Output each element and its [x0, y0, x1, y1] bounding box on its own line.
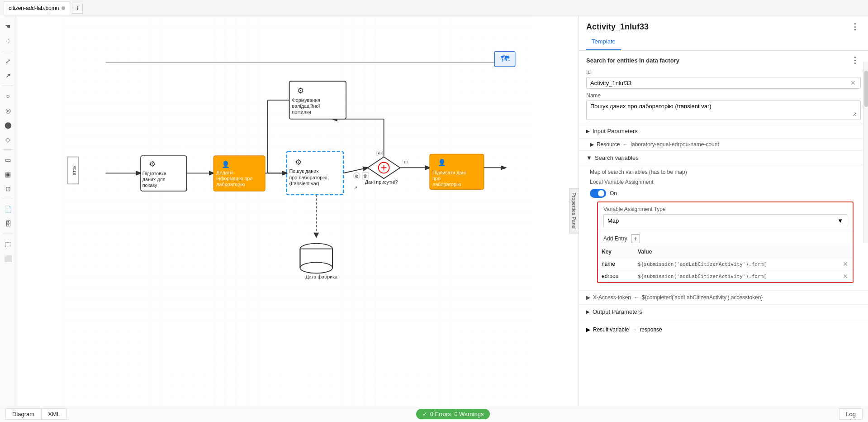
select-tool[interactable]: ⊹ — [2, 34, 14, 47]
svg-text:⚙: ⚙ — [295, 158, 302, 167]
template-tab[interactable]: Template — [586, 34, 621, 50]
local-var-toggle[interactable] — [590, 189, 606, 198]
resource-chevron[interactable]: ▶ — [590, 141, 594, 148]
entry-1-delete-button[interactable]: ✕ — [842, 260, 849, 268]
result-var-arrow-icon: → — [631, 326, 637, 333]
name-field[interactable]: Пошук даних про лабораторію (transient v… — [586, 101, 861, 120]
svg-text:(transient var): (transient var) — [289, 181, 319, 186]
name-input[interactable]: Пошук даних про лабораторію (transient v… — [590, 103, 857, 116]
resource-label: Resource — [597, 141, 620, 148]
input-params-chevron: ▶ — [586, 129, 590, 134]
svg-text:лабораторію: лабораторію — [432, 182, 461, 187]
svg-text:Додати: Додати — [216, 170, 232, 175]
more-options-button[interactable]: ⋮ — [849, 22, 861, 32]
svg-text:про: про — [432, 176, 441, 181]
col-value: Value — [634, 246, 838, 258]
bottom-bar: Diagram XML ✓ 0 Errors, 0 Warnings Log — [0, 406, 868, 422]
canvas-area[interactable]: аток ⚙ Підготовка даних для показу — [16, 16, 579, 406]
move-tool[interactable]: ⤢ — [2, 55, 14, 67]
x-access-token-row: ▶ X-Access-token ← ${completed('addLabCi… — [579, 291, 868, 305]
search-section-title: Search for entities in data factory ⋮ — [586, 55, 861, 65]
search-vars-header[interactable]: ▼ Search variables — [579, 151, 868, 165]
rect-tool[interactable]: ▭ — [2, 153, 14, 166]
svg-text:Пошук даних: Пошук даних — [289, 168, 319, 174]
svg-text:ні: ні — [404, 159, 408, 164]
circle-double-tool[interactable]: ◎ — [2, 104, 14, 117]
svg-text:валідаційної: валідаційної — [292, 103, 320, 109]
svg-text:аток: аток — [71, 166, 77, 176]
map-desc: Map of search variables (has to be map) — [590, 169, 861, 175]
x-access-row-chevron[interactable]: ▶ — [586, 294, 590, 301]
scrollbar-thumb — [864, 71, 868, 107]
task-tool[interactable]: ▣ — [2, 168, 14, 181]
search-vars-body: Map of search variables (has to be map) … — [579, 165, 868, 291]
svg-text:так: так — [376, 150, 383, 155]
top-bar: citizen-add-lab.bpmn + — [0, 0, 868, 16]
log-button[interactable]: Log — [839, 408, 863, 420]
add-tab-button[interactable]: + — [72, 3, 83, 14]
unsaved-dot — [62, 6, 65, 10]
svg-text:🗑: 🗑 — [363, 173, 368, 178]
arrow-tool[interactable]: ↗ — [2, 69, 14, 82]
status-check-icon: ✓ — [422, 411, 427, 417]
name-label: Name — [586, 92, 861, 99]
left-toolbar: ☚ ⊹ ⤢ ↗ ○ ◎ ⬤ ◇ ▭ ▣ ⊡ 📄 🗄 ⬚ ⬜ — [0, 16, 16, 406]
resource-row: ▶ Resource ← laboratory-equal-edrpou-nam… — [590, 141, 861, 148]
select-chevron-icon: ▼ — [837, 217, 843, 224]
xml-tab[interactable]: XML — [41, 408, 67, 420]
panel-body: Search for entities in data factory ⋮ Id… — [579, 51, 868, 406]
local-var-row: Local Variable Assignment — [590, 179, 861, 185]
local-var-label: Local Variable Assignment — [590, 179, 654, 185]
tool-separator-2 — [3, 86, 14, 86]
circle-thick-tool[interactable]: ⬤ — [2, 119, 14, 131]
local-var-toggle-row: On — [590, 189, 861, 198]
tool-separator-3 — [3, 149, 14, 150]
circle-empty-tool[interactable]: ○ — [2, 90, 14, 102]
entry-table: Key Value name ${submission('addLabCitiz… — [598, 246, 853, 282]
diamond-tool[interactable]: ◇ — [2, 133, 14, 146]
x-access-arrow-icon: ← — [634, 294, 639, 301]
file-tab[interactable]: citizen-add-lab.bpmn — [4, 1, 70, 15]
subprocess-tool[interactable]: ⊡ — [2, 182, 14, 195]
id-field[interactable]: ✕ — [586, 77, 861, 89]
svg-text:Формування: Формування — [292, 97, 320, 103]
svg-text:лабораторію: лабораторію — [216, 182, 245, 187]
var-type-select[interactable]: Map ▼ — [603, 214, 847, 227]
panel-scrollbar[interactable] — [863, 62, 868, 243]
svg-text:👤: 👤 — [438, 158, 446, 167]
svg-text:⚙: ⚙ — [355, 174, 359, 179]
entry-2-delete-button[interactable]: ✕ — [842, 273, 849, 280]
diagram-tab[interactable]: Diagram — [5, 408, 41, 420]
variable-assignment-box: Variable Assignment Type Map ▼ Add Entry… — [597, 201, 854, 283]
db-tool[interactable]: 🗄 — [2, 217, 14, 230]
group-tool[interactable]: ⬜ — [2, 252, 14, 265]
properties-panel-side-tab[interactable]: Properties Panel — [569, 188, 579, 233]
status-text: 0 Errors, 0 Warnings — [430, 411, 484, 417]
rect-dash-tool[interactable]: ⬚ — [2, 238, 14, 250]
result-var-value: response — [640, 326, 662, 333]
result-row: ▶ Result variable → response — [586, 326, 861, 333]
var-type-label: Variable Assignment Type — [603, 206, 847, 212]
svg-text:🗺: 🗺 — [501, 54, 510, 63]
main-container: ☚ ⊹ ⤢ ↗ ○ ◎ ⬤ ◇ ▭ ▣ ⊡ 📄 🗄 ⬚ ⬜ — [0, 16, 868, 406]
tool-separator-4 — [3, 199, 14, 199]
resource-arrow-icon: ← — [622, 141, 628, 148]
result-var-chevron[interactable]: ▶ — [586, 326, 590, 333]
output-params-section[interactable]: ▶ Output Parameters — [579, 305, 868, 319]
svg-text:⚙: ⚙ — [298, 86, 304, 95]
table-row: edrpou ${submission('addLabCitizenActivi… — [598, 270, 853, 283]
add-entry-button[interactable]: + — [631, 234, 640, 243]
svg-text:Підписати дані: Підписати дані — [432, 170, 466, 175]
add-entry-label: Add Entry — [603, 235, 627, 242]
svg-text:↗: ↗ — [354, 185, 358, 190]
id-input[interactable] — [590, 80, 849, 86]
input-params-section[interactable]: ▶ Input Parameters — [579, 124, 868, 139]
bpmn-canvas: аток ⚙ Підготовка даних для показу — [16, 16, 579, 406]
entry-2-key: edrpou — [598, 270, 634, 283]
svg-text:👤: 👤 — [222, 160, 230, 168]
hand-tool[interactable]: ☚ — [2, 20, 14, 33]
resource-row-section: ▶ Resource ← laboratory-equal-edrpou-nam… — [579, 139, 868, 151]
doc-tool[interactable]: 📄 — [2, 203, 14, 216]
id-clear-button[interactable]: ✕ — [849, 79, 857, 86]
search-section-more[interactable]: ⋮ — [849, 55, 861, 65]
